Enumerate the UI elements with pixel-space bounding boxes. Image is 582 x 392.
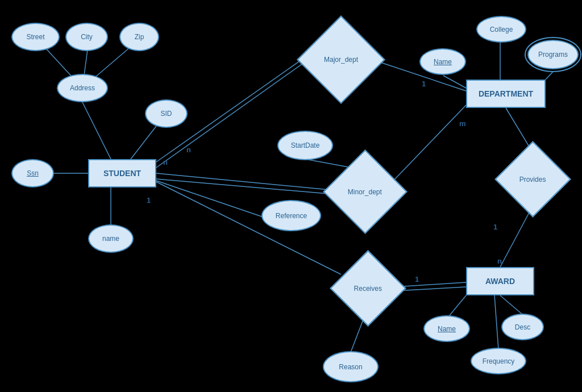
attr-reference: Reference bbox=[261, 200, 321, 231]
label-1d: 1 bbox=[415, 275, 419, 283]
er-diagram: STUDENT DEPARTMENT AWARD Street City Zip… bbox=[0, 0, 582, 392]
entity-department: DEPARTMENT bbox=[466, 80, 546, 108]
label-1b: 1 bbox=[422, 80, 426, 88]
svg-line-13 bbox=[305, 159, 351, 168]
attr-address: Address bbox=[57, 74, 108, 102]
attr-desc: Desc bbox=[501, 314, 544, 340]
attr-frequency: Frequency bbox=[471, 348, 526, 374]
attr-city: City bbox=[65, 23, 108, 51]
label-1c: 1 bbox=[493, 223, 497, 231]
attr-ssn: Ssn bbox=[11, 159, 54, 187]
attr-programs: Programs bbox=[527, 40, 579, 69]
label-1a: 1 bbox=[147, 196, 151, 205]
svg-line-23 bbox=[500, 206, 533, 267]
svg-line-24 bbox=[447, 295, 466, 318]
connection-lines bbox=[0, 0, 582, 392]
svg-line-11 bbox=[156, 179, 335, 194]
svg-line-26 bbox=[494, 295, 498, 349]
label-n2: n bbox=[186, 145, 191, 154]
svg-line-14 bbox=[156, 181, 263, 217]
label-m: m bbox=[459, 119, 466, 128]
svg-line-20 bbox=[443, 76, 466, 88]
attr-zip: Zip bbox=[119, 23, 159, 51]
svg-line-15 bbox=[156, 182, 341, 274]
label-n3: n bbox=[497, 257, 502, 265]
attr-college: College bbox=[476, 16, 526, 43]
attr-name-dept: Name bbox=[419, 48, 466, 75]
svg-line-16 bbox=[395, 282, 466, 287]
svg-line-10 bbox=[156, 173, 335, 190]
svg-line-25 bbox=[500, 295, 523, 315]
attr-street: Street bbox=[11, 23, 60, 51]
entity-student: STUDENT bbox=[88, 159, 156, 187]
attr-name-award: Name bbox=[423, 315, 470, 342]
svg-line-12 bbox=[395, 105, 466, 179]
label-n1: n bbox=[163, 158, 168, 166]
entity-award: AWARD bbox=[466, 267, 534, 295]
svg-line-21 bbox=[546, 71, 554, 80]
svg-line-3 bbox=[82, 102, 111, 159]
attr-startdate: StartDate bbox=[277, 131, 333, 160]
attr-reason: Reason bbox=[323, 351, 379, 382]
attr-sid: SID bbox=[145, 99, 188, 128]
attr-name-student: name bbox=[88, 224, 134, 253]
